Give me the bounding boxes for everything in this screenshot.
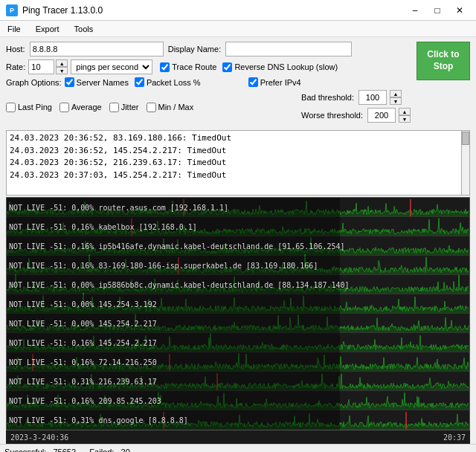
prefer-ipv4-checkbox[interactable] (248, 77, 258, 87)
bad-threshold-input[interactable] (358, 90, 387, 105)
log-line: 24.03.2023 20:37:03, 145.254.2.217: Time… (10, 170, 466, 182)
server-names-label: Server Names (77, 78, 129, 87)
average-checkbox[interactable] (60, 103, 69, 112)
display-name-input[interactable] (225, 42, 352, 56)
timeline-bar: 2023-3-240:36 20:37 (6, 430, 470, 444)
packet-loss-checkbox[interactable] (135, 77, 144, 87)
successful-value: 75652 (53, 448, 76, 453)
spin-up[interactable]: ▲ (56, 59, 68, 67)
graph-options-label: Graph Options: (6, 78, 62, 87)
window-title: Ping Tracer 1.13.0.0 (22, 5, 405, 16)
worse-threshold-spinner[interactable]: ▲ ▼ (399, 108, 411, 123)
close-button[interactable]: ✕ (449, 2, 470, 19)
timeline-left: 2023-3-240:36 (10, 433, 68, 442)
minimize-button[interactable]: – (405, 2, 425, 19)
failed-label: Failed: (89, 448, 114, 453)
title-bar: P Ping Tracer 1.13.0.0 – □ ✕ (0, 0, 476, 21)
click-stop-button[interactable]: Click to Stop (416, 42, 470, 80)
rate-unit-select[interactable]: pings per second (71, 59, 152, 74)
reverse-dns-checkbox[interactable] (222, 62, 232, 72)
jitter-label: Jitter (121, 103, 139, 112)
timeline-right: 20:37 (443, 433, 466, 442)
app-icon: P (6, 4, 18, 16)
menu-export[interactable]: Export (28, 21, 67, 36)
last-ping-checkbox[interactable] (6, 103, 16, 112)
host-label: Host: (6, 45, 25, 54)
packet-loss-label: Packet Loss % (147, 78, 201, 87)
rate-input[interactable] (28, 59, 54, 74)
menu-tools[interactable]: Tools (67, 21, 101, 36)
maximize-button[interactable]: □ (427, 2, 448, 19)
menu-file[interactable]: File (0, 21, 28, 36)
log-line: 24.03.2023 20:36:52, 216.239.63.17: Time… (10, 157, 466, 170)
min-max-checkbox[interactable] (147, 103, 156, 112)
jitter-checkbox[interactable] (109, 103, 119, 112)
bad-spin-up[interactable]: ▲ (390, 90, 402, 97)
server-names-checkbox[interactable] (65, 77, 74, 87)
menu-bar: File Export Tools (0, 21, 476, 37)
log-area: 24.03.2023 20:36:52, 83.169.180.166: Tim… (6, 130, 470, 196)
failed-value: 20 (121, 448, 130, 453)
bad-threshold-label: Bad threshold: (301, 93, 354, 102)
status-bar: Successful: 75652 Failed: 20 (0, 444, 476, 452)
rate-spinner[interactable]: ▲ ▼ (56, 59, 68, 74)
worse-threshold-input[interactable] (367, 108, 396, 123)
prefer-ipv4-label: Prefer IPv4 (260, 78, 301, 87)
worse-threshold-label: Worse threshold: (301, 111, 363, 120)
last-ping-label: Last Ping (18, 103, 52, 112)
worse-spin-down[interactable]: ▼ (399, 115, 411, 123)
bad-spin-down[interactable]: ▼ (390, 97, 402, 105)
display-name-label: Display Name: (168, 45, 222, 54)
successful-label: Successful: (4, 448, 46, 453)
average-label: Average (71, 103, 102, 112)
rate-label: Rate: (6, 62, 25, 71)
min-max-label: Min / Max (158, 103, 194, 112)
log-line: 24.03.2023 20:36:52, 83.169.180.166: Tim… (10, 132, 466, 145)
bad-threshold-spinner[interactable]: ▲ ▼ (390, 90, 402, 105)
trace-route-checkbox[interactable] (160, 62, 170, 72)
host-input[interactable] (30, 42, 164, 56)
worse-spin-up[interactable]: ▲ (399, 108, 411, 115)
log-line: 24.03.2023 20:36:52, 145.254.2.217: Time… (10, 145, 466, 158)
controls-area: Host: Display Name: Rate: ▲ ▼ pings per … (0, 37, 476, 130)
spin-down[interactable]: ▼ (56, 67, 68, 74)
window-controls: – □ ✕ (405, 2, 470, 19)
trace-route-label: Trace Route (172, 62, 216, 71)
reverse-dns-label: Reverse DNS Lookup (slow) (234, 62, 338, 71)
